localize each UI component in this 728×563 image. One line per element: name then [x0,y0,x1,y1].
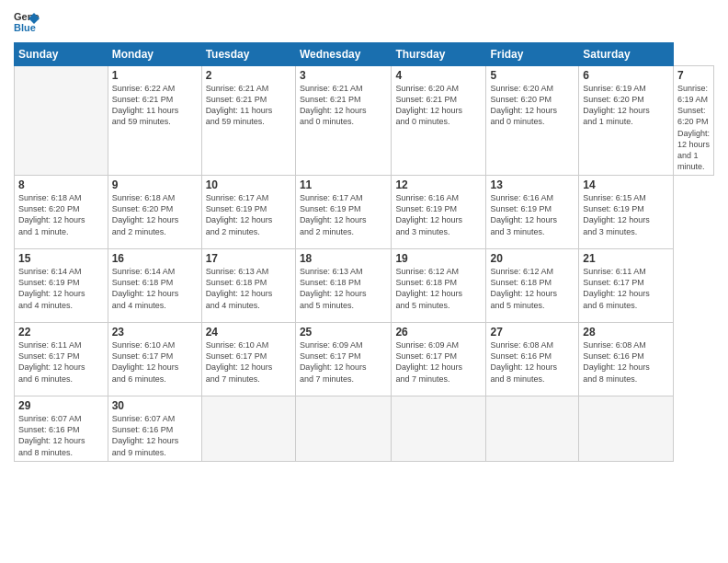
calendar-day-cell: 15Sunrise: 6:14 AM Sunset: 6:19 PM Dayli… [15,249,108,323]
day-detail: Sunrise: 6:20 AM Sunset: 6:21 PM Dayligh… [395,83,482,128]
calendar-day-cell: 25Sunrise: 6:09 AM Sunset: 6:17 PM Dayli… [295,323,392,396]
day-number: 2 [206,69,291,82]
day-detail: Sunrise: 6:22 AM Sunset: 6:21 PM Dayligh… [112,83,198,128]
day-number: 5 [490,69,574,82]
day-detail: Sunrise: 6:12 AM Sunset: 6:18 PM Dayligh… [395,266,482,311]
calendar-day-header: Sunday [15,43,108,66]
day-detail: Sunrise: 6:11 AM Sunset: 6:17 PM Dayligh… [583,266,669,311]
calendar-day-cell [392,396,486,462]
calendar-day-cell: 6Sunrise: 6:19 AM Sunset: 6:20 PM Daylig… [579,66,674,176]
calendar-day-cell: 2Sunrise: 6:21 AM Sunset: 6:21 PM Daylig… [201,66,295,176]
calendar-week-row: 29Sunrise: 6:07 AM Sunset: 6:16 PM Dayli… [15,396,714,462]
calendar-day-cell: 22Sunrise: 6:11 AM Sunset: 6:17 PM Dayli… [15,323,108,396]
calendar-day-cell: 16Sunrise: 6:14 AM Sunset: 6:18 PM Dayli… [108,249,201,323]
calendar-week-row: 15Sunrise: 6:14 AM Sunset: 6:19 PM Dayli… [15,249,714,323]
calendar-day-cell [15,66,108,176]
calendar-week-row: 22Sunrise: 6:11 AM Sunset: 6:17 PM Dayli… [15,323,714,396]
calendar-day-cell [295,396,392,462]
day-detail: Sunrise: 6:14 AM Sunset: 6:19 PM Dayligh… [18,266,104,311]
calendar-day-cell: 19Sunrise: 6:12 AM Sunset: 6:18 PM Dayli… [392,249,486,323]
calendar-day-cell: 20Sunrise: 6:12 AM Sunset: 6:18 PM Dayli… [486,249,579,323]
day-number: 10 [206,178,291,191]
calendar-day-cell: 7Sunrise: 6:19 AM Sunset: 6:20 PM Daylig… [673,66,713,176]
calendar-day-cell: 30Sunrise: 6:07 AM Sunset: 6:16 PM Dayli… [108,396,201,462]
day-number: 19 [395,252,482,265]
svg-text:Blue: Blue [14,22,36,33]
calendar-day-cell: 18Sunrise: 6:13 AM Sunset: 6:18 PM Dayli… [295,249,392,323]
day-detail: Sunrise: 6:08 AM Sunset: 6:16 PM Dayligh… [490,339,574,385]
day-number: 8 [18,178,104,191]
calendar-table: SundayMondayTuesdayWednesdayThursdayFrid… [14,42,714,462]
day-number: 1 [112,69,198,82]
day-number: 13 [490,178,574,191]
day-number: 27 [490,326,574,339]
calendar-day-header: Friday [486,43,579,66]
day-number: 22 [18,326,104,339]
day-detail: Sunrise: 6:21 AM Sunset: 6:21 PM Dayligh… [206,83,291,128]
day-detail: Sunrise: 6:21 AM Sunset: 6:21 PM Dayligh… [300,83,388,128]
calendar-day-cell: 29Sunrise: 6:07 AM Sunset: 6:16 PM Dayli… [15,396,108,462]
day-detail: Sunrise: 6:10 AM Sunset: 6:17 PM Dayligh… [112,339,198,385]
day-number: 14 [583,178,669,191]
day-number: 11 [300,178,388,191]
day-detail: Sunrise: 6:18 AM Sunset: 6:20 PM Dayligh… [18,192,104,237]
calendar-week-row: 8Sunrise: 6:18 AM Sunset: 6:20 PM Daylig… [15,176,714,249]
calendar-day-cell: 11Sunrise: 6:17 AM Sunset: 6:19 PM Dayli… [295,176,392,249]
day-number: 7 [677,69,710,82]
day-detail: Sunrise: 6:12 AM Sunset: 6:18 PM Dayligh… [490,266,574,311]
day-number: 30 [112,399,198,412]
day-number: 20 [490,252,574,265]
day-number: 4 [395,69,482,82]
calendar-day-cell: 14Sunrise: 6:15 AM Sunset: 6:19 PM Dayli… [579,176,674,249]
calendar-day-cell: 5Sunrise: 6:20 AM Sunset: 6:20 PM Daylig… [486,66,579,176]
day-number: 29 [18,399,104,412]
day-detail: Sunrise: 6:19 AM Sunset: 6:20 PM Dayligh… [583,83,669,128]
calendar-day-cell: 17Sunrise: 6:13 AM Sunset: 6:18 PM Dayli… [201,249,295,323]
day-number: 9 [112,178,198,191]
day-detail: Sunrise: 6:10 AM Sunset: 6:17 PM Dayligh… [206,339,291,385]
calendar-day-cell: 23Sunrise: 6:10 AM Sunset: 6:17 PM Dayli… [108,323,201,396]
day-detail: Sunrise: 6:18 AM Sunset: 6:20 PM Dayligh… [112,192,198,237]
day-number: 26 [395,326,482,339]
calendar-day-cell [201,396,295,462]
day-detail: Sunrise: 6:17 AM Sunset: 6:19 PM Dayligh… [206,192,291,237]
day-detail: Sunrise: 6:19 AM Sunset: 6:20 PM Dayligh… [677,83,710,172]
calendar-day-cell: 12Sunrise: 6:16 AM Sunset: 6:19 PM Dayli… [392,176,486,249]
day-number: 16 [112,252,198,265]
logo-icon: General Blue [14,9,40,35]
calendar-day-header: Wednesday [295,43,392,66]
day-number: 12 [395,178,482,191]
day-detail: Sunrise: 6:15 AM Sunset: 6:19 PM Dayligh… [583,192,669,237]
calendar-day-cell [579,396,674,462]
logo: General Blue [14,9,43,35]
day-number: 21 [583,252,669,265]
day-detail: Sunrise: 6:09 AM Sunset: 6:17 PM Dayligh… [395,339,482,385]
day-number: 18 [300,252,388,265]
calendar-header-row: SundayMondayTuesdayWednesdayThursdayFrid… [15,43,714,66]
calendar-day-cell: 13Sunrise: 6:16 AM Sunset: 6:19 PM Dayli… [486,176,579,249]
calendar-day-cell: 4Sunrise: 6:20 AM Sunset: 6:21 PM Daylig… [392,66,486,176]
day-detail: Sunrise: 6:09 AM Sunset: 6:17 PM Dayligh… [300,339,388,385]
calendar-day-cell: 21Sunrise: 6:11 AM Sunset: 6:17 PM Dayli… [579,249,674,323]
day-number: 23 [112,326,198,339]
day-detail: Sunrise: 6:13 AM Sunset: 6:18 PM Dayligh… [300,266,388,311]
day-number: 3 [300,69,388,82]
calendar-day-cell: 24Sunrise: 6:10 AM Sunset: 6:17 PM Dayli… [201,323,295,396]
day-number: 15 [18,252,104,265]
day-detail: Sunrise: 6:08 AM Sunset: 6:16 PM Dayligh… [583,339,669,385]
calendar-day-cell: 9Sunrise: 6:18 AM Sunset: 6:20 PM Daylig… [108,176,201,249]
calendar-day-header: Thursday [392,43,486,66]
day-number: 6 [583,69,669,82]
calendar-day-cell: 28Sunrise: 6:08 AM Sunset: 6:16 PM Dayli… [579,323,674,396]
day-number: 25 [300,326,388,339]
calendar-day-cell [486,396,579,462]
day-detail: Sunrise: 6:14 AM Sunset: 6:18 PM Dayligh… [112,266,198,311]
day-detail: Sunrise: 6:07 AM Sunset: 6:16 PM Dayligh… [112,413,198,458]
day-detail: Sunrise: 6:16 AM Sunset: 6:19 PM Dayligh… [490,192,574,237]
calendar-week-row: 1Sunrise: 6:22 AM Sunset: 6:21 PM Daylig… [15,66,714,176]
calendar-day-cell: 3Sunrise: 6:21 AM Sunset: 6:21 PM Daylig… [295,66,392,176]
calendar-day-cell: 8Sunrise: 6:18 AM Sunset: 6:20 PM Daylig… [15,176,108,249]
calendar-day-cell: 27Sunrise: 6:08 AM Sunset: 6:16 PM Dayli… [486,323,579,396]
day-detail: Sunrise: 6:16 AM Sunset: 6:19 PM Dayligh… [395,192,482,237]
day-number: 24 [206,326,291,339]
